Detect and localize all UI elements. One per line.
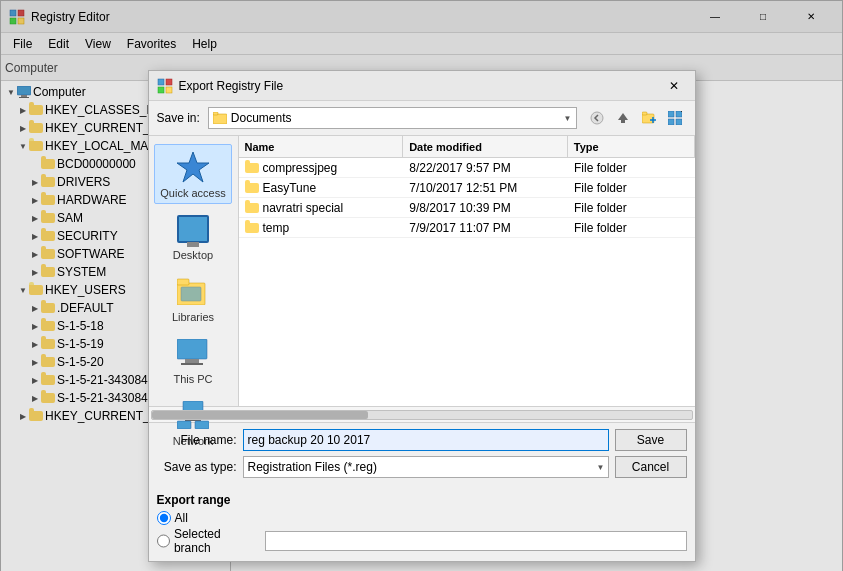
quick-access-label: Quick access [160,187,225,199]
save-as-type-combo[interactable]: Registration Files (*.reg) [243,456,609,478]
save-as-type-row: Save as type: Registration Files (*.reg)… [157,456,687,478]
file-name-row: File name: Save [157,429,687,451]
dialog-title: Export Registry File [179,79,661,93]
svg-rect-12 [213,112,218,115]
quick-nav-quick-access[interactable]: Quick access [154,144,232,204]
svg-rect-10 [166,87,172,93]
save-in-label: Save in: [157,111,200,125]
file-row-temp[interactable]: temp 7/9/2017 11:07 PM File folder [239,218,695,238]
cell-name-temp: temp [239,218,404,237]
svg-rect-19 [668,111,674,117]
cell-date-compressjpeg: 8/22/2017 9:57 PM [403,158,568,177]
selected-branch-input[interactable] [265,531,687,551]
radio-selected-label: Selected branch [174,527,257,555]
svg-rect-34 [195,421,209,429]
dialog-close-button[interactable]: ✕ [661,74,687,98]
col-name[interactable]: Name [239,136,404,157]
radio-selected-row: Selected branch [157,527,687,555]
cell-type-compressjpeg: File folder [568,158,695,177]
dialog-body: Quick access Desktop [149,136,695,406]
dialog-toolbar: Save in: Documents ▼ [149,101,695,136]
svg-rect-26 [181,287,201,301]
file-name-input[interactable] [243,429,609,451]
folder-icon-easytune [245,183,259,193]
col-date[interactable]: Date modified [403,136,568,157]
radio-all-row: All [157,511,687,525]
folder-icon-navratri [245,203,259,213]
file-list-panel[interactable]: Name Date modified Type compressjpeg 8/2… [239,136,695,406]
file-name-easytune: EasyTune [263,181,317,195]
svg-rect-27 [177,339,207,359]
cell-name-easytune: EasyTune [239,178,404,197]
save-as-label: Save as type: [157,460,237,474]
radio-all[interactable] [157,511,171,525]
libraries-icon [175,273,211,309]
libraries-label: Libraries [172,311,214,323]
scrollbar-track[interactable] [151,410,693,420]
scrollbar-thumb[interactable] [152,411,368,419]
svg-rect-11 [213,114,227,124]
svg-point-13 [591,112,603,124]
file-name-compressjpeg: compressjpeg [263,161,338,175]
file-row-navratri[interactable]: navratri special 9/8/2017 10:39 PM File … [239,198,695,218]
combo-arrow-icon: ▼ [564,114,572,123]
desktop-icon [175,211,211,247]
file-list-header: Name Date modified Type [239,136,695,158]
dialog-icon [157,78,173,94]
dialog-footer: File name: Save Save as type: Registrati… [149,422,695,489]
svg-rect-14 [621,120,625,123]
modal-overlay: Export Registry File ✕ Save in: Document… [0,0,843,571]
dialog-title-bar: Export Registry File ✕ [149,71,695,101]
cell-date-temp: 7/9/2017 11:07 PM [403,218,568,237]
cell-type-temp: File folder [568,218,695,237]
export-dialog: Export Registry File ✕ Save in: Document… [148,70,696,562]
save-as-type-wrapper: Registration Files (*.reg) [243,456,609,478]
thispc-label: This PC [173,373,212,385]
svg-rect-33 [177,421,191,429]
folder-combo-icon [213,112,227,124]
svg-rect-28 [185,359,199,363]
svg-rect-21 [668,119,674,125]
export-range-title: Export range [157,493,687,507]
cancel-button[interactable]: Cancel [615,456,687,478]
file-name-label: File name: [157,433,237,447]
cell-date-easytune: 7/10/2017 12:51 PM [403,178,568,197]
svg-rect-29 [181,363,203,365]
export-range-section: Export range All Selected branch [149,489,695,561]
svg-rect-8 [166,79,172,85]
quick-nav-panel: Quick access Desktop [149,136,239,406]
folder-icon-compressjpeg [245,163,259,173]
save-in-combo[interactable]: Documents ▼ [208,107,577,129]
create-folder-button[interactable] [637,107,661,129]
quick-nav-desktop[interactable]: Desktop [154,206,232,266]
cell-name-compressjpeg: compressjpeg [239,158,404,177]
svg-rect-25 [177,279,189,285]
svg-rect-16 [642,112,647,115]
view-options-button[interactable] [663,107,687,129]
file-row-easytune[interactable]: EasyTune 7/10/2017 12:51 PM File folder [239,178,695,198]
save-in-combo-inner: Documents [213,111,292,125]
quick-nav-thispc[interactable]: This PC [154,330,232,390]
cell-type-easytune: File folder [568,178,695,197]
radio-all-label: All [175,511,188,525]
svg-rect-15 [642,114,654,123]
save-button[interactable]: Save [615,429,687,451]
save-in-value: Documents [231,111,292,125]
quick-access-icon [175,149,211,185]
cell-type-navratri: File folder [568,198,695,217]
folder-icon-temp [245,223,259,233]
svg-marker-23 [177,152,209,182]
file-row-compressjpeg[interactable]: compressjpeg 8/22/2017 9:57 PM File fold… [239,158,695,178]
nav-back-button[interactable] [585,107,609,129]
thispc-icon [175,335,211,371]
svg-rect-20 [676,111,682,117]
cell-name-navratri: navratri special [239,198,404,217]
file-name-temp: temp [263,221,290,235]
radio-selected-branch[interactable] [157,534,170,548]
col-type[interactable]: Type [568,136,695,157]
save-as-type-value: Registration Files (*.reg) [248,460,377,474]
dialog-toolbar-icons [585,107,687,129]
nav-up-button[interactable] [611,107,635,129]
quick-nav-libraries[interactable]: Libraries [154,268,232,328]
file-name-navratri: navratri special [263,201,344,215]
